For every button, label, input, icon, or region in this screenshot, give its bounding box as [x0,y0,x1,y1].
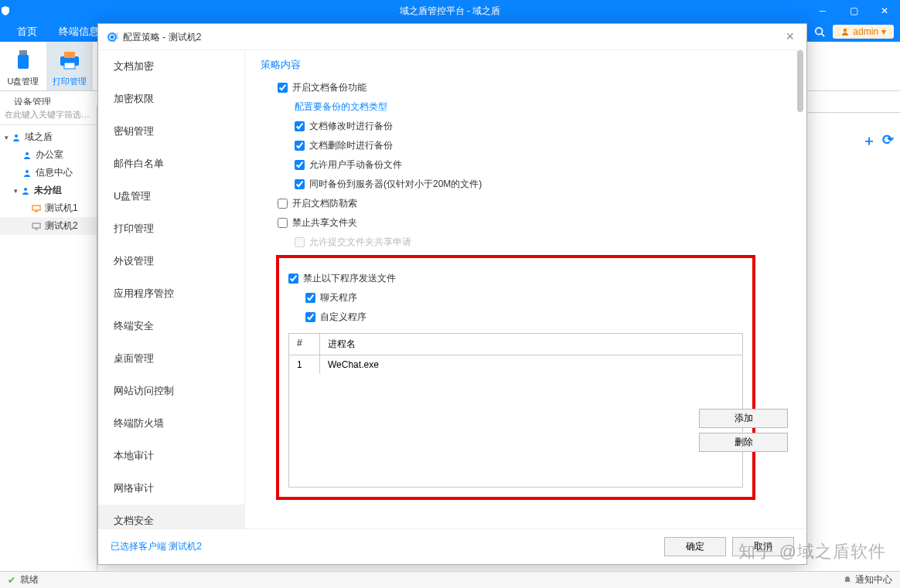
process-table[interactable]: # 进程名 1 WeChat.exe [288,333,743,488]
category-item[interactable]: 文档加密 [98,50,244,83]
tree-search-input[interactable]: 在此键入关键字筛选… [0,105,97,125]
people-icon [22,150,32,161]
category-item[interactable]: 加密权限 [98,83,244,115]
chevron-down-icon: ▾ [11,187,20,195]
left-sidebar: 在此键入关键字筛选… ▾ 域之盾 办公室 信息中心 ▾ 未分组 测试机1 测试机… [0,105,97,571]
highlighted-region: 禁止以下程序发送文件 聊天程序 自定义程序 # 进程名 1 WeChat.exe [276,255,755,500]
checkbox-disable-share[interactable]: 禁止共享文件夹 [278,216,793,229]
right-toolbar: ＋ ⟳ [862,131,894,150]
checkbox-enable-backup[interactable]: 开启文档备份功能 [278,81,793,94]
svg-point-11 [24,188,27,191]
tree-node-root[interactable]: ▾ 域之盾 [0,128,97,146]
column-process-name: 进程名 [320,334,742,355]
svg-rect-3 [19,50,27,55]
table-row[interactable]: 1 WeChat.exe [289,355,742,374]
people-icon [20,185,31,196]
status-text: 就绪 [20,573,39,586]
add-button[interactable]: ＋ [862,131,876,150]
link-config-doc-types[interactable]: 配置要备份的文档类型 [295,100,793,114]
confirm-button[interactable]: 确定 [664,537,726,556]
window-close-button[interactable]: ✕ [869,0,900,22]
category-item[interactable]: 终端安全 [98,310,244,342]
checkbox-block-program-send[interactable]: 禁止以下程序发送文件 [288,272,743,285]
section-title: 策略内容 [261,58,793,72]
category-item[interactable]: 本地审计 [98,440,244,472]
status-bar: ✔ 就绪 通知中心 [0,571,900,588]
svg-line-1 [822,34,825,37]
svg-rect-7 [64,63,75,69]
client-tree: ▾ 域之盾 办公室 信息中心 ▾ 未分组 测试机1 测试机2 [0,125,97,238]
tree-node-unassigned[interactable]: ▾ 未分组 [0,182,97,199]
window-title: 域之盾管控平台 - 域之盾 [400,5,501,18]
table-header: # 进程名 [289,334,742,355]
checkbox-anti-ransom[interactable]: 开启文档防勒索 [278,197,793,210]
user-icon [840,27,850,36]
usb-icon [0,46,46,74]
people-icon [11,132,22,143]
user-caret-icon: ▾ [881,26,886,37]
window-maximize-button[interactable]: ▢ [838,0,869,22]
window-minimize-button[interactable]: ─ [807,0,838,22]
checkbox-allow-manual-backup[interactable]: 允许用户手动备份文件 [295,158,793,172]
policy-content-panel: 策略内容 开启文档备份功能 配置要备份的文档类型 文档修改时进行备份 文档删除时… [245,50,806,529]
checkbox-backup-on-modify[interactable]: 文档修改时进行备份 [295,120,793,133]
tree-node-test1[interactable]: 测试机1 [0,199,97,217]
category-item[interactable]: 密钥管理 [98,115,244,148]
svg-rect-14 [32,223,40,228]
monitor-icon [31,203,42,214]
svg-point-10 [26,170,29,173]
config-policy-dialog: 配置策略 - 测试机2 × 文档加密加密权限密钥管理邮件白名单U盘管理打印管理外… [97,23,807,565]
bell-icon [843,576,852,585]
category-item[interactable]: 应用程序管控 [98,277,244,310]
category-item[interactable]: 网络审计 [98,472,244,505]
category-item[interactable]: 终端防火墙 [98,407,244,440]
category-item[interactable]: U盘管理 [98,180,244,212]
user-menu[interactable]: admin ▾ [833,25,894,39]
svg-point-8 [15,134,18,138]
svg-point-17 [111,36,114,39]
user-name: admin [853,26,878,37]
ribbon-print-management[interactable]: 打印管理 [46,42,93,90]
refresh-button[interactable]: ⟳ [882,131,894,150]
svg-rect-13 [35,211,38,212]
cancel-button[interactable]: 取消 [732,537,794,556]
svg-point-0 [816,28,823,35]
checkbox-backup-on-delete[interactable]: 文档删除时进行备份 [295,139,793,152]
delete-process-button[interactable]: 删除 [699,433,788,452]
status-indicator-icon: ✔ [8,575,15,586]
dialog-header: 配置策略 - 测试机2 × [98,24,806,50]
ribbon-usb-management[interactable]: U盘管理 [0,42,46,90]
notification-center[interactable]: 通知中心 [855,573,892,586]
selected-client-label: 已选择客户端 测试机2 [111,540,202,553]
column-index: # [289,334,320,355]
monitor-icon [31,221,42,232]
tree-node-info-center[interactable]: 信息中心 [0,164,97,182]
checkbox-backup-to-server[interactable]: 同时备份到服务器(仅针对小于20M的文件) [295,178,793,191]
svg-point-2 [844,29,847,32]
category-list: 文档加密加密权限密钥管理邮件白名单U盘管理打印管理外设管理应用程序管控终端安全桌… [98,50,245,529]
category-item[interactable]: 文档安全 [98,505,244,529]
svg-rect-12 [32,206,40,210]
checkbox-custom-programs[interactable]: 自定义程序 [305,311,743,324]
tree-node-test2[interactable]: 测试机2 [0,217,97,235]
checkbox-chat-programs[interactable]: 聊天程序 [305,291,743,304]
add-process-button[interactable]: 添加 [699,409,788,428]
dialog-close-button[interactable]: × [781,29,799,45]
category-item[interactable]: 桌面管理 [98,342,244,375]
people-icon [22,168,32,178]
search-icon[interactable] [810,23,830,40]
dialog-title: 配置策略 - 测试机2 [123,30,201,44]
category-item[interactable]: 打印管理 [98,212,244,245]
category-item[interactable]: 邮件白名单 [98,148,244,180]
chevron-down-icon: ▾ [2,134,11,141]
tree-node-office[interactable]: 办公室 [0,146,97,164]
scrollbar-thumb[interactable] [797,50,803,112]
menu-home[interactable]: 首页 [6,22,48,42]
svg-rect-6 [64,52,75,58]
app-icon [0,5,22,16]
category-item[interactable]: 外设管理 [98,245,244,277]
category-item[interactable]: 网站访问控制 [98,375,244,407]
checkbox-allow-share-request: 允许提交文件夹共享申请 [295,236,793,249]
svg-point-9 [26,152,29,155]
svg-rect-15 [35,229,38,230]
